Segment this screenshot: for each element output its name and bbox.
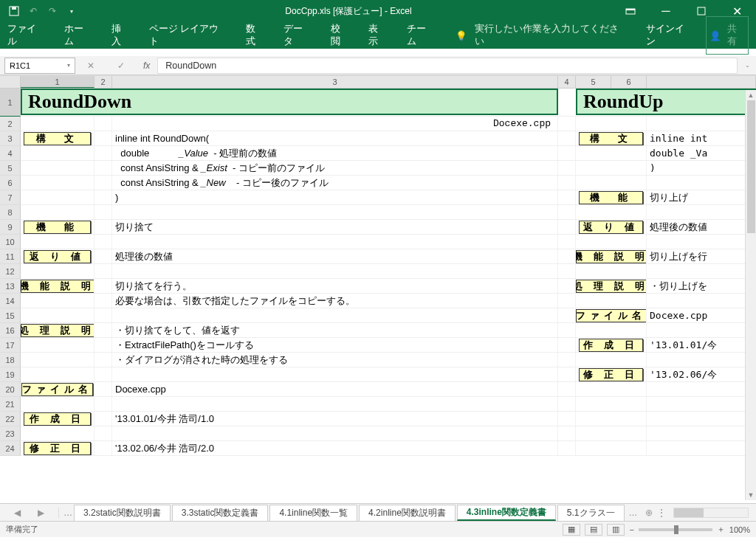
cell-text[interactable] (112, 264, 558, 278)
zoom-in-button[interactable]: ＋ (717, 524, 725, 535)
sheet-tab[interactable]: 4.1inline関数一覧 (269, 505, 357, 521)
tab-insert[interactable]: 挿入 (110, 20, 131, 51)
cell-text[interactable] (647, 397, 756, 411)
cell-text[interactable]: '13.01.01/今井 浩司/1.0 (112, 412, 558, 426)
cell-text[interactable] (112, 367, 558, 381)
row-header[interactable]: 16 (0, 323, 21, 338)
fx-icon[interactable]: fx (136, 60, 157, 71)
col-header[interactable]: 1 (21, 76, 94, 88)
tell-me-search[interactable]: 💡 実行したい作業を入力してください (453, 17, 627, 54)
name-box[interactable]: R1C1 ▾ (4, 58, 75, 74)
row-header[interactable]: 8 (0, 205, 21, 220)
cell-text[interactable]: const AnsiString & _Exist - コピー前のファイル (112, 161, 558, 175)
row-header[interactable]: 2 (0, 117, 21, 131)
scrollbar-thumb[interactable] (674, 508, 704, 517)
sheet-more-right[interactable]: … (629, 508, 638, 518)
cell-text[interactable] (647, 205, 756, 219)
view-normal-icon[interactable]: ▦ (563, 524, 580, 536)
view-pagebreak-icon[interactable]: ▥ (607, 524, 625, 536)
col-header[interactable]: 2 (94, 76, 112, 88)
cell-text[interactable]: Docexe.cpp (112, 382, 558, 396)
sheet-options-icon[interactable]: ⋮ (657, 508, 666, 518)
cell-text[interactable] (647, 294, 756, 308)
row-header[interactable]: 3 (0, 131, 21, 146)
cell-text[interactable]: const AnsiString & _New - コピー後のファイル (112, 176, 558, 190)
row-header[interactable]: 17 (0, 338, 21, 353)
sheet-tab[interactable]: 3.2static関数説明書 (74, 505, 171, 521)
cell-text[interactable] (647, 426, 756, 440)
cell-text[interactable]: 処理後の数値 (112, 249, 558, 263)
cell-text[interactable] (647, 117, 756, 131)
row-header[interactable]: 14 (0, 294, 21, 308)
row-header[interactable]: 6 (0, 176, 21, 190)
cell-text[interactable] (647, 323, 756, 337)
row-header[interactable]: 20 (0, 382, 21, 397)
view-pagelayout-icon[interactable]: ▤ (585, 524, 602, 536)
cell-text[interactable]: ) (647, 161, 756, 175)
cell-text[interactable] (647, 353, 756, 367)
row-header[interactable]: 7 (0, 190, 21, 205)
row-header[interactable]: 1 (0, 89, 21, 117)
tab-home[interactable]: ホーム (63, 20, 94, 51)
cell-text[interactable] (647, 441, 756, 455)
tab-layout[interactable]: ページ レイアウト (148, 20, 228, 51)
row-header[interactable]: 4 (0, 146, 21, 161)
cell-text[interactable] (647, 412, 756, 426)
cell-text[interactable] (112, 117, 558, 131)
tab-formulas[interactable]: 数式 (244, 20, 266, 51)
tab-file[interactable]: ファイル (6, 20, 47, 51)
undo-icon[interactable]: ↶ (24, 2, 43, 20)
cell-text[interactable]: 切り捨て (112, 220, 558, 234)
cell-text[interactable] (112, 426, 558, 440)
cell-text[interactable] (112, 205, 558, 219)
row-header[interactable]: 12 (0, 264, 21, 279)
cell-text[interactable] (647, 264, 756, 278)
cell-text[interactable]: 切り捨てを行う。 (112, 279, 558, 293)
enter-formula-icon[interactable]: ✓ (117, 60, 125, 71)
sheet-more-left[interactable]: … (63, 508, 72, 518)
cell-text[interactable] (647, 176, 756, 190)
zoom-out-button[interactable]: − (629, 525, 633, 534)
zoom-slider[interactable] (639, 528, 712, 531)
qat-dropdown-icon[interactable]: ▾ (62, 2, 81, 20)
cell-text[interactable]: 処理後の数値 (647, 220, 756, 234)
scroll-down-icon[interactable]: ▼ (746, 490, 756, 500)
col-header[interactable]: 6 (611, 76, 647, 88)
cell-text[interactable] (112, 308, 558, 322)
sheet-nav-next-icon[interactable]: ▶ (38, 508, 44, 518)
cell-text[interactable]: double _Va (647, 146, 756, 160)
select-all-button[interactable] (0, 76, 21, 88)
cell-text[interactable]: ・切り上げを (647, 279, 756, 293)
row-header[interactable]: 21 (0, 397, 21, 412)
row-header[interactable]: 23 (0, 426, 21, 441)
col-header[interactable]: 4 (558, 76, 576, 88)
scroll-up-icon[interactable]: ▲ (746, 90, 756, 100)
cell-text[interactable]: '13.01.01/今 (647, 338, 756, 352)
sheet-tab[interactable]: 5.1クラス一 (557, 505, 625, 521)
row-header[interactable]: 13 (0, 279, 21, 294)
sheet-tab-active[interactable]: 4.3inline関数定義書 (457, 505, 556, 521)
cell-text[interactable]: '13.02.06/今井 浩司/2.0 (112, 441, 558, 455)
row-header[interactable]: 10 (0, 235, 21, 249)
row-header[interactable]: 19 (0, 367, 21, 382)
sheet-nav-prev-icon[interactable]: ◀ (14, 508, 21, 518)
row-header[interactable]: 9 (0, 220, 21, 235)
row-header[interactable]: 18 (0, 353, 21, 367)
col-header[interactable]: 3 (112, 76, 558, 88)
add-sheet-button[interactable]: ⊕ (645, 508, 653, 518)
horizontal-scrollbar[interactable] (673, 508, 749, 518)
cell-text[interactable] (647, 235, 756, 249)
row-header[interactable]: 5 (0, 161, 21, 176)
cell-text[interactable]: ・ExtractFilePath()をコールする (112, 338, 558, 352)
formula-expand-icon[interactable]: ⌄ (745, 62, 750, 69)
save-icon[interactable] (4, 2, 24, 20)
tab-team[interactable]: チーム (405, 20, 436, 51)
tab-data[interactable]: データ (282, 20, 313, 51)
redo-icon[interactable]: ↷ (43, 2, 62, 20)
sheet-tab[interactable]: 4.2inline関数説明書 (359, 505, 456, 521)
cell-text[interactable]: inline int (647, 131, 756, 145)
cancel-formula-icon[interactable]: ✕ (87, 60, 94, 71)
sheet-tab[interactable]: 3.3static関数定義書 (172, 505, 269, 521)
cell-text[interactable]: 切り上げ (647, 190, 756, 204)
vertical-scrollbar[interactable]: ▲ ▼ (745, 90, 756, 500)
